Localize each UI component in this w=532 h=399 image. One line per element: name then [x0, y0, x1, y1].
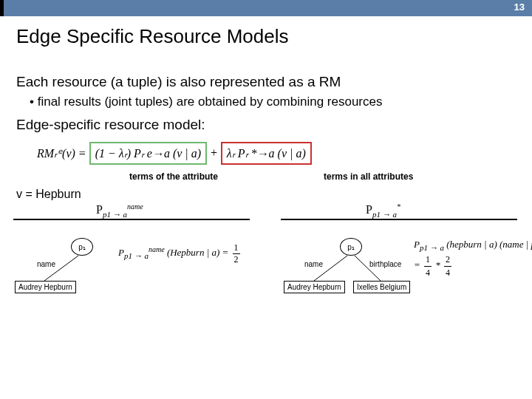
slide-title: Edge Specific Resource Models	[16, 25, 289, 48]
node-p1-left: p₁	[71, 238, 93, 256]
header-bar: 13	[0, 0, 532, 16]
formula-plus: +	[210, 146, 218, 160]
edge-svg-left	[0, 222, 148, 310]
v-equals: v = Hepburn	[16, 188, 81, 201]
edge-label-right-birthplace: birthplace	[369, 260, 401, 268]
divider-right	[281, 219, 517, 220]
bullet-line: final results (joint tuples) are obtaine…	[30, 95, 382, 109]
formula-lhs: RMᵣᵉ(v) =	[37, 146, 86, 160]
intro-line: Each resource (a tuple) is also represen…	[16, 74, 341, 90]
formula-green-box: (1 − λᵣ) Pᵣ e→a (v | a)	[89, 142, 207, 165]
leaf-right-name: Audrey Hepburn	[284, 281, 345, 293]
green-box-label: terms of the attribute	[129, 171, 218, 182]
section-line: Edge-specific resource model:	[16, 117, 205, 133]
leaf-right-birthplace: Ixelles Belgium	[353, 281, 410, 293]
page-number: 13	[514, 1, 525, 13]
p-header-left: Pp1 → aname	[96, 202, 143, 219]
formula-left: Pp1 → aname (Hepburn | a) = 12	[118, 242, 242, 265]
main-formula: RMᵣᵉ(v) = (1 − λᵣ) Pᵣ e→a (v | a) + λᵣ P…	[37, 139, 436, 167]
edge-label-left: name	[37, 260, 55, 268]
formula-right: Pp1 → a (hepburn | a) (name | p1) = 14 *…	[414, 238, 532, 279]
node-p1-right: p₁	[340, 238, 362, 256]
divider-left	[13, 219, 250, 220]
p-header-right: Pp1 → a*	[366, 202, 400, 219]
edge-label-right-name: name	[304, 260, 323, 268]
formula-red-box: λᵣ Pᵣ *→a (v | a)	[221, 142, 312, 165]
leaf-left: Audrey Hepburn	[15, 281, 76, 293]
red-box-label: terms in all attributes	[324, 171, 413, 182]
